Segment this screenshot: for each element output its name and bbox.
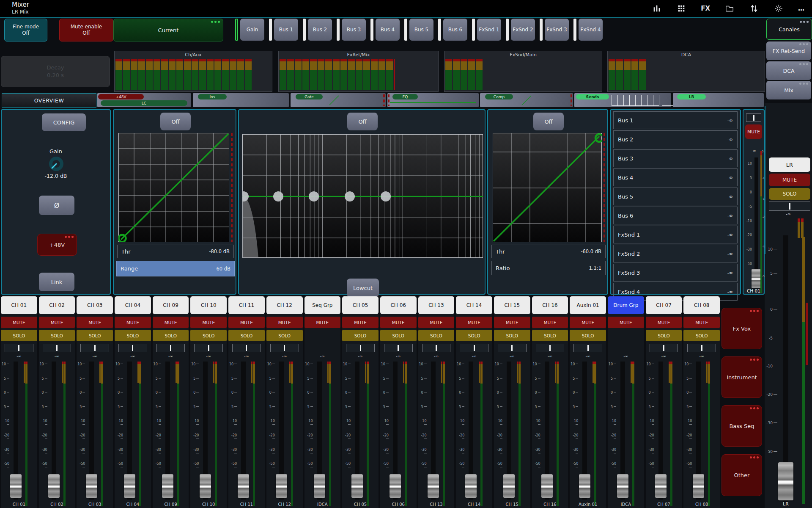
comp-graph[interactable] [493,133,602,242]
fader-handle[interactable] [351,474,363,498]
strip-select-button[interactable]: CH 04 [115,296,151,314]
strip-select-button[interactable]: CH 11 [228,296,265,314]
mute-button[interactable]: MUTE [646,317,682,328]
mute-button[interactable]: MUTE [153,317,189,328]
pan-control[interactable] [43,344,71,352]
strip-section-gate[interactable]: Gate [291,93,386,107]
solo-button[interactable]: SOLO [190,330,227,341]
lowcut-button[interactable]: Lowcut [347,279,379,297]
fader-handle[interactable] [503,474,515,498]
strip-section-sends[interactable]: Sends [574,93,671,107]
mute-button[interactable]: MUTE [190,317,227,328]
solo-button[interactable]: SOLO [115,330,151,341]
send-row-bus-4[interactable]: Bus 4-∞ [613,168,738,186]
strip-select-button[interactable]: CH 07 [646,296,682,314]
link-button[interactable]: Link [39,273,74,291]
solo-button[interactable]: SOLO [266,330,303,341]
solo-button[interactable]: SOLO [342,330,379,341]
strip-select-button[interactable]: AuxIn 01 [570,296,606,314]
send-row-fxsnd-2[interactable]: FxSnd 2-∞ [613,245,738,262]
strip-select-button[interactable]: CH 10 [190,296,227,314]
solo-button[interactable]: SOLO [418,330,455,341]
strip-select-button[interactable]: CH 08 [683,296,720,314]
pan-control[interactable] [498,344,527,352]
mute-enable-button[interactable]: Mute enable Off [59,19,113,41]
gate-range-field[interactable]: Range 60 dB [116,261,235,276]
fader-handle[interactable] [465,474,477,498]
pan-control[interactable] [5,344,33,352]
gain-knob[interactable] [48,156,64,172]
lr-select-button[interactable]: LR [769,157,810,172]
layer-tab-bus-2[interactable]: Bus 2 [303,19,332,41]
strip-select-button[interactable]: CH 06 [380,296,417,314]
mute-button[interactable]: MUTE [228,317,265,328]
gate-state-button[interactable]: Off [160,113,191,130]
more-icon[interactable]: … [798,3,804,14]
mute-button[interactable]: MUTE [342,317,379,328]
lr-solo-button[interactable]: SOLO [769,188,810,200]
mute-button[interactable]: MUTE [494,317,530,328]
current-scene-button[interactable]: Current [113,19,223,41]
strip-section-eq[interactable]: EQ [387,93,479,107]
folder-icon[interactable] [724,3,735,14]
strip-section-insert[interactable]: Ins [193,93,289,107]
send-row-bus-5[interactable]: Bus 5-∞ [613,188,738,205]
pan-control[interactable] [194,344,223,352]
fader-handle[interactable] [693,474,704,498]
layer-tab-bus-6[interactable]: Bus 6 [438,19,467,41]
mute-button[interactable]: MUTE [304,317,341,328]
strip-select-button[interactable]: Seq Grp [304,296,341,314]
mute-button[interactable]: MUTE [683,317,720,328]
eq-graph[interactable] [242,134,483,258]
layer-tab-bus-5[interactable]: Bus 5 [404,19,433,41]
layer-tab-bus-3[interactable]: Bus 3 [337,19,366,41]
mute-button[interactable]: MUTE [77,317,113,328]
routing-icon[interactable] [749,3,759,14]
grid-icon[interactable] [676,3,686,14]
settings-icon[interactable] [774,3,784,14]
strip-section-main[interactable]: LR [673,93,764,107]
lr-pan-control[interactable] [769,202,810,211]
sidebar-item-mix[interactable]: Mix [766,81,811,99]
mute-button[interactable]: MUTE [380,317,417,328]
group-button-bass-seq[interactable]: Bass Seq [721,405,762,447]
gate-graph[interactable] [118,133,229,242]
solo-button[interactable]: SOLO [228,330,265,341]
fader-handle[interactable] [314,474,325,498]
fader-handle[interactable] [752,269,761,288]
mute-button[interactable]: MUTE [39,317,75,328]
strip-select-button[interactable]: CH 05 [342,296,379,314]
send-row-bus-2[interactable]: Bus 2-∞ [613,130,738,148]
strip-select-button[interactable]: CH 02 [39,296,75,314]
layer-tab-fxsnd-2[interactable]: FxSnd 2 [506,19,535,41]
solo-button[interactable]: SOLO [532,330,568,341]
layer-tab-gain[interactable]: Gain [235,19,264,41]
group-button-fx-vox[interactable]: Fx Vox [721,308,762,349]
fader-handle[interactable] [276,474,287,498]
fader-handle[interactable] [617,474,628,498]
mute-button[interactable]: MUTE [532,317,568,328]
gate-threshold-field[interactable]: Thr -80.0 dB [117,245,234,258]
sidebar-item-dca[interactable]: DCA [766,61,811,80]
fader-handle[interactable] [238,474,249,498]
fader-handle[interactable] [390,474,401,498]
comp-state-button[interactable]: Off [533,113,564,130]
send-row-bus-3[interactable]: Bus 3-∞ [613,149,738,167]
solo-button[interactable]: SOLO [1,330,37,341]
fader-handle[interactable] [86,474,97,498]
solo-button[interactable]: SOLO [456,330,492,341]
pan-control[interactable] [422,344,451,352]
layer-tab-fxsnd-1[interactable]: FxSnd 1 [472,19,501,41]
strip-select-button[interactable]: CH 03 [77,296,113,314]
pan-control[interactable] [650,344,678,352]
solo-button[interactable]: SOLO [77,330,113,341]
strip-select-button[interactable]: CH 16 [532,296,568,314]
solo-button[interactable]: SOLO [39,330,75,341]
fine-mode-button[interactable]: Fine mode Off [4,19,47,41]
sidebar-item-canales[interactable]: Canales [766,19,812,40]
strip-select-button[interactable]: CH 12 [266,296,303,314]
solo-button[interactable]: SOLO [380,330,417,341]
pan-control[interactable] [118,344,147,352]
pan-control[interactable] [156,344,185,352]
pan-control[interactable] [80,344,109,352]
